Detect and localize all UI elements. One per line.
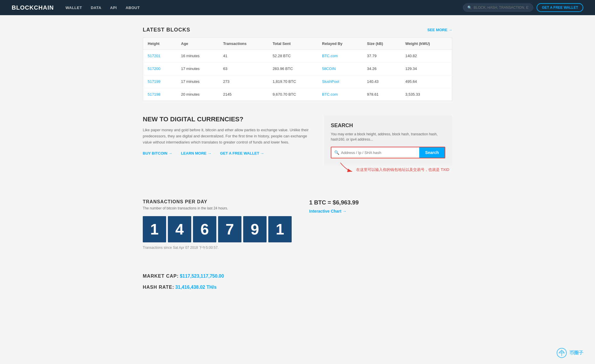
relayed-by-link[interactable]: 58COIN <box>322 66 336 71</box>
market-cap-row: MARKET CAP: $117,523,117,750.00 <box>143 274 452 279</box>
nav-right: 🔍 GET A FREE WALLET <box>463 3 583 12</box>
cell-weight: 140.82 <box>401 50 452 62</box>
search-button[interactable]: Search <box>419 147 445 158</box>
get-free-wallet-button[interactable]: GET A FREE WALLET <box>537 3 583 12</box>
height-link[interactable]: 517200 <box>148 66 160 71</box>
search-panel: SEARCH You may enter a block height, add… <box>324 116 452 165</box>
nav-links: WALLET DATA API ABOUT <box>65 6 140 10</box>
nav-wallet[interactable]: WALLET <box>65 6 82 10</box>
get-wallet-link[interactable]: GET A FREE WALLET → <box>220 151 264 155</box>
mid-section: NEW TO DIGITAL CURRENCIES? Like paper mo… <box>143 116 452 173</box>
cell-weight: 129.34 <box>401 62 452 75</box>
cell-age: 16 minutes <box>176 50 218 62</box>
market-cap-label: MARKET CAP: <box>143 274 179 279</box>
digit-box: 7 <box>218 216 241 242</box>
search-icon: 🔍 <box>467 6 472 10</box>
cell-height: 517198 <box>143 88 177 101</box>
cell-relayed-by: SlushPool <box>317 75 362 88</box>
digit-box: 4 <box>168 216 191 242</box>
cell-weight: 3,535.33 <box>401 88 452 101</box>
search-title: SEARCH <box>331 123 445 129</box>
digit-box: 1 <box>143 216 166 242</box>
table-row: 517198 20 minutes 2145 9,670.70 BTC BTC.… <box>143 88 452 101</box>
market-cap-value: $117,523,117,750.00 <box>180 274 224 279</box>
cell-transactions: 63 <box>218 62 268 75</box>
cell-relayed-by: BTC.com <box>317 50 362 62</box>
table-row: 517199 17 minutes 273 1,819.70 BTC Slush… <box>143 75 452 88</box>
digital-currencies-links: BUY BITCOIN → LEARN MORE → GET A FREE WA… <box>143 151 312 155</box>
nav-about[interactable]: ABOUT <box>126 6 140 10</box>
col-relayed-by: Relayed By <box>317 38 362 50</box>
cell-age: 20 minutes <box>176 88 218 101</box>
latest-blocks-title: LATEST BLOCKS <box>143 27 190 33</box>
search-magnifier-icon: 🔍 <box>334 150 339 155</box>
search-description: You may enter a block height, address, b… <box>331 132 445 142</box>
table-row: 517200 17 minutes 63 283.96 BTC 58COIN 3… <box>143 62 452 75</box>
see-more-link[interactable]: SEE MORE → <box>427 28 452 32</box>
navbar: BLOCKCHAIN WALLET DATA API ABOUT 🔍 GET A… <box>0 0 595 15</box>
cell-height: 517200 <box>143 62 177 75</box>
txn-subtitle: The number of bitcoin transactions in th… <box>143 206 292 210</box>
col-age: Age <box>176 38 218 50</box>
cell-height: 517201 <box>143 50 177 62</box>
digital-currencies-panel: NEW TO DIGITAL CURRENCIES? Like paper mo… <box>143 116 312 155</box>
digit-box: 1 <box>268 216 292 242</box>
cell-size: 37.79 <box>362 50 401 62</box>
digit-box: 6 <box>193 216 216 242</box>
search-input-wrapper: 🔍 Search <box>331 147 445 158</box>
cell-size: 978.61 <box>362 88 401 101</box>
cell-total-sent: 283.96 BTC <box>268 62 317 75</box>
relayed-by-link[interactable]: SlushPool <box>322 79 339 84</box>
cell-size: 34.26 <box>362 62 401 75</box>
cell-size: 140.43 <box>362 75 401 88</box>
height-link[interactable]: 517198 <box>148 92 160 97</box>
hash-rate-row: HASH RATE: 31,416,438.02 TH/s <box>143 285 452 290</box>
btc-price-label: 1 BTC = $6,963.99 <box>309 199 452 206</box>
interactive-chart-link[interactable]: Interactive Chart → <box>309 209 347 214</box>
digit-boxes: 146791 <box>143 216 292 242</box>
digital-currencies-description: Like paper money and gold before it, bit… <box>143 127 312 145</box>
brand-logo: BLOCKCHAIN <box>12 4 54 11</box>
learn-more-link[interactable]: LEARN MORE → <box>181 151 211 155</box>
nav-data[interactable]: DATA <box>91 6 101 10</box>
hash-rate-value: 31,416,438.02 TH/s <box>175 285 216 290</box>
cell-height: 517199 <box>143 75 177 88</box>
relayed-by-link[interactable]: BTC.com <box>322 92 338 97</box>
col-height: Height <box>143 38 177 50</box>
search-input[interactable] <box>341 148 416 158</box>
nav-api[interactable]: API <box>110 6 117 10</box>
txn-since: Transactions since Sat Apr 07 2018 下午5:0… <box>143 245 292 250</box>
col-total-sent: Total Sent <box>268 38 317 50</box>
cell-transactions: 2145 <box>218 88 268 101</box>
cell-age: 17 minutes <box>176 75 218 88</box>
blocks-table: Height Age Transactions Total Sent Relay… <box>143 38 452 101</box>
bottom-section: TRANSACTIONS PER DAY The number of bitco… <box>143 188 452 262</box>
cell-relayed-by: 58COIN <box>317 62 362 75</box>
transactions-per-day-panel: TRANSACTIONS PER DAY The number of bitco… <box>143 199 292 250</box>
cell-transactions: 41 <box>218 50 268 62</box>
table-row: 517201 16 minutes 41 52.28 BTC BTC.com 3… <box>143 50 452 62</box>
nav-search-input[interactable] <box>474 6 529 10</box>
cell-age: 17 minutes <box>176 62 218 75</box>
height-link[interactable]: 517201 <box>148 54 160 58</box>
col-transactions: Transactions <box>218 38 268 50</box>
stats-section: MARKET CAP: $117,523,117,750.00 HASH RAT… <box>143 274 452 290</box>
buy-bitcoin-link[interactable]: BUY BITCOIN → <box>143 151 172 155</box>
nav-search-bar[interactable]: 🔍 <box>463 4 533 12</box>
cell-relayed-by: BTC.com <box>317 88 362 101</box>
cell-total-sent: 1,819.70 BTC <box>268 75 317 88</box>
cell-transactions: 273 <box>218 75 268 88</box>
btc-price-section: 1 BTC = $6,963.99 Interactive Chart → <box>309 199 452 250</box>
col-weight: Weight (kWU) <box>401 38 452 50</box>
cell-total-sent: 9,670.70 BTC <box>268 88 317 101</box>
height-link[interactable]: 517199 <box>148 79 160 84</box>
txn-title: TRANSACTIONS PER DAY <box>143 199 292 204</box>
digit-box: 9 <box>243 216 267 242</box>
latest-blocks-header: LATEST BLOCKS SEE MORE → <box>143 27 452 33</box>
cell-total-sent: 52.28 BTC <box>268 50 317 62</box>
relayed-by-link[interactable]: BTC.com <box>322 54 338 58</box>
cell-weight: 495.64 <box>401 75 452 88</box>
annotation-text: 在这里可以输入你的钱包地址以及交易号，也就是 TXID <box>356 167 449 173</box>
search-inner: 🔍 <box>331 147 419 158</box>
hash-rate-label: HASH RATE: <box>143 285 174 290</box>
